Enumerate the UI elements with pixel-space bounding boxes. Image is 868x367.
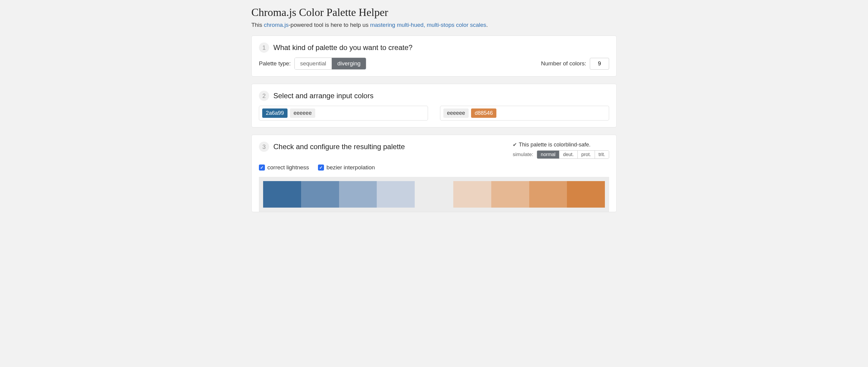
palette-type-label: Palette type: xyxy=(259,60,291,67)
step2-card: 2 Select and arrange input colors 2a6a99… xyxy=(251,84,617,127)
sim-prot-button[interactable]: prot. xyxy=(578,151,595,158)
subtitle-text: -powered tool is here to help us xyxy=(289,22,370,28)
step-number: 1 xyxy=(259,42,269,53)
right-colors-box[interactable]: eeeeee d88546 xyxy=(440,106,609,121)
color-chip[interactable]: d88546 xyxy=(471,109,496,118)
color-chip[interactable]: eeeeee xyxy=(290,109,315,118)
page-title: Chroma.js Color Palette Helper xyxy=(251,6,617,19)
swatch xyxy=(453,181,491,208)
checkbox-icon: ✓ xyxy=(318,164,324,171)
check-label: bezier interpolation xyxy=(327,164,375,171)
check-icon: ✔ xyxy=(513,142,517,148)
diverging-button[interactable]: diverging xyxy=(332,58,366,69)
step1-title: What kind of palette do you want to crea… xyxy=(273,43,412,52)
step1-card: 1 What kind of palette do you want to cr… xyxy=(251,36,617,77)
color-chip[interactable]: 2a6a99 xyxy=(262,109,287,118)
palette-left xyxy=(263,181,415,208)
subtitle: This chroma.js-powered tool is here to h… xyxy=(251,22,617,28)
bezier-interpolation-check[interactable]: ✓ bezier interpolation xyxy=(318,164,375,171)
article-link[interactable]: mastering multi-hued, multi-stops color … xyxy=(370,22,486,28)
palette-preview xyxy=(259,177,609,212)
swatch xyxy=(529,181,567,208)
step3-title: Check and configure the resulting palett… xyxy=(273,143,405,151)
colorblind-safe-text: This palette is colorblind-safe. xyxy=(519,142,590,148)
sim-deut-button[interactable]: deut. xyxy=(559,151,578,158)
num-colors-label: Number of colors: xyxy=(541,60,586,67)
sim-trit-button[interactable]: trit. xyxy=(595,151,609,158)
simulate-toggle: normal deut. prot. trit. xyxy=(537,150,609,159)
num-colors-input[interactable] xyxy=(590,58,609,70)
correct-lightness-check[interactable]: ✓ correct lightness xyxy=(259,164,309,171)
chroma-link[interactable]: chroma.js xyxy=(264,22,288,28)
swatch xyxy=(301,181,339,208)
color-chip[interactable]: eeeeee xyxy=(443,109,469,118)
step2-title: Select and arrange input colors xyxy=(273,92,373,100)
step-number: 2 xyxy=(259,91,269,101)
swatch xyxy=(377,181,415,208)
swatch xyxy=(263,181,301,208)
left-colors-box[interactable]: 2a6a99 eeeeee xyxy=(259,106,428,121)
subtitle-text: This xyxy=(251,22,264,28)
palette-type-toggle: sequential diverging xyxy=(294,58,367,70)
sim-normal-button[interactable]: normal xyxy=(537,151,559,158)
check-label: correct lightness xyxy=(267,164,309,171)
subtitle-text: . xyxy=(486,22,488,28)
swatch xyxy=(491,181,529,208)
checkbox-icon: ✓ xyxy=(259,164,265,171)
sequential-button[interactable]: sequential xyxy=(295,58,332,69)
simulate-label: simulate: xyxy=(513,152,533,158)
palette-right xyxy=(453,181,605,208)
swatch xyxy=(567,181,605,208)
step-number: 3 xyxy=(259,142,269,152)
swatch xyxy=(339,181,377,208)
step3-card: 3 Check and configure the resulting pale… xyxy=(251,135,617,212)
